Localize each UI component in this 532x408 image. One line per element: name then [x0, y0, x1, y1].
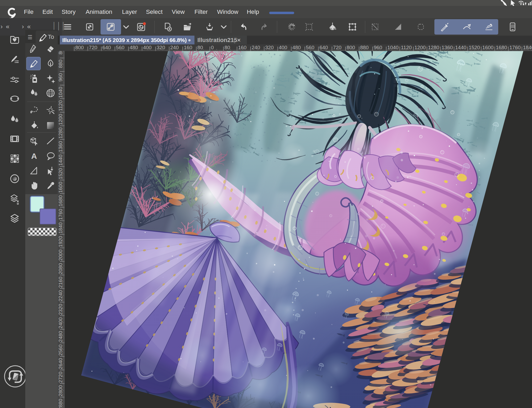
svg-text:2560: 2560 — [58, 344, 63, 356]
svg-text:960: 960 — [374, 45, 382, 50]
svg-text:1520: 1520 — [58, 168, 63, 179]
svg-text:240: 240 — [170, 45, 179, 50]
svg-text:1120: 1120 — [401, 45, 412, 50]
svg-text:640: 640 — [102, 45, 111, 50]
svg-text:1200: 1200 — [58, 114, 63, 125]
svg-text:2080: 2080 — [58, 263, 63, 274]
svg-text:2640: 2640 — [58, 358, 63, 369]
svg-text:0: 0 — [211, 45, 214, 50]
svg-text:2320: 2320 — [58, 304, 63, 315]
svg-text:1600: 1600 — [58, 182, 63, 193]
svg-text:2000: 2000 — [58, 249, 63, 261]
svg-text:2240: 2240 — [58, 290, 63, 301]
svg-text:720: 720 — [333, 45, 342, 50]
svg-text:800: 800 — [58, 51, 63, 55]
svg-text:1280: 1280 — [58, 127, 63, 139]
svg-text:80: 80 — [225, 45, 230, 50]
svg-text:880: 880 — [360, 45, 369, 50]
svg-text:1360: 1360 — [58, 141, 63, 152]
svg-text:800: 800 — [75, 45, 84, 50]
svg-text:1840: 1840 — [58, 222, 63, 234]
svg-text:1920: 1920 — [58, 236, 63, 247]
svg-text:800: 800 — [347, 45, 355, 50]
svg-text:640: 640 — [319, 45, 328, 50]
svg-text:400: 400 — [279, 45, 287, 50]
svg-text:A: A — [31, 152, 37, 160]
svg-text:1440: 1440 — [58, 155, 63, 166]
svg-text:560: 560 — [116, 45, 124, 50]
svg-text:1680: 1680 — [58, 195, 63, 206]
svg-text:480: 480 — [292, 45, 301, 50]
svg-text:240: 240 — [252, 45, 260, 50]
svg-text:1040: 1040 — [58, 87, 63, 98]
svg-text:880: 880 — [58, 60, 63, 68]
svg-text:2880: 2880 — [58, 399, 63, 408]
svg-text:320: 320 — [157, 45, 165, 50]
svg-text:480: 480 — [130, 45, 138, 50]
svg-text:1120: 1120 — [58, 100, 63, 111]
svg-text:80: 80 — [197, 45, 203, 50]
svg-text:160: 160 — [238, 45, 247, 50]
svg-text:2400: 2400 — [58, 317, 63, 328]
svg-text:560: 560 — [306, 45, 314, 50]
svg-text:2720: 2720 — [58, 372, 63, 383]
svg-text:720: 720 — [89, 45, 97, 50]
svg-text:320: 320 — [265, 45, 274, 50]
svg-text:1840: 1840 — [523, 45, 532, 50]
svg-text:1760: 1760 — [58, 209, 63, 220]
svg-text:960: 960 — [58, 73, 63, 82]
svg-text:160: 160 — [184, 45, 192, 50]
svg-text:2160: 2160 — [58, 277, 63, 288]
svg-text:2480: 2480 — [58, 331, 63, 342]
svg-text:2800: 2800 — [58, 385, 63, 396]
svg-text:400: 400 — [143, 45, 152, 50]
